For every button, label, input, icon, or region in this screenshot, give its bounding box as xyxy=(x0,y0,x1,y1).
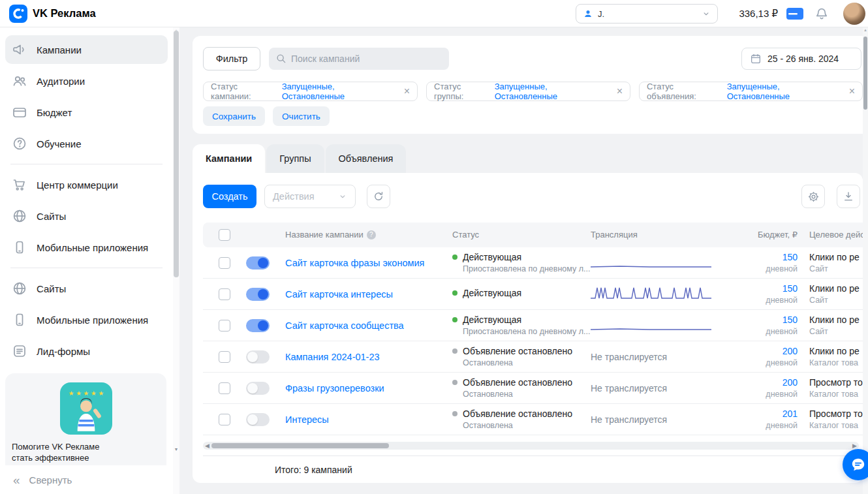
chip-close-icon[interactable]: × xyxy=(849,86,855,97)
status-cell: Действующая Приостановлена по дневному л… xyxy=(452,315,587,336)
sidebar-item-audiences[interactable]: Аудитории xyxy=(5,67,168,95)
mobile-icon xyxy=(12,239,27,255)
target-object: Каталог това xyxy=(809,358,863,367)
topbar: VK Реклама J. 336,13 ₽ xyxy=(0,0,868,27)
scroll-down-icon[interactable]: ▼ xyxy=(173,447,179,452)
save-filters-button[interactable]: Сохранить xyxy=(203,106,265,126)
row-checkbox[interactable] xyxy=(219,320,230,332)
sidebar-item-commerce-center[interactable]: Центр коммерции xyxy=(5,170,168,199)
sidebar-item-budget[interactable]: Бюджет xyxy=(5,98,168,127)
sidebar-item-label: Бюджет xyxy=(37,107,72,118)
sidebar-item-lead-forms[interactable]: Лид-формы xyxy=(5,337,168,365)
sidebar-item-campaigns[interactable]: Кампании xyxy=(5,35,168,64)
scrollbar-thumb[interactable] xyxy=(174,31,179,277)
budget-period: дневной xyxy=(719,264,798,273)
status-dot xyxy=(452,317,457,322)
scroll-up-icon[interactable]: ▲ xyxy=(863,28,868,32)
actions-dropdown[interactable]: Действия xyxy=(264,185,356,208)
column-header-budget[interactable]: Бюджет, ₽ xyxy=(719,223,798,247)
campaign-name-link[interactable]: Сайт карточка сообщества xyxy=(285,310,404,341)
row-toggle[interactable] xyxy=(246,319,270,332)
sidebar-item-learning[interactable]: Обучение xyxy=(5,129,168,158)
user-avatar[interactable] xyxy=(843,3,865,25)
row-toggle[interactable] xyxy=(246,413,270,426)
row-checkbox[interactable] xyxy=(219,382,230,394)
payment-card-icon[interactable] xyxy=(786,7,804,23)
row-toggle[interactable] xyxy=(246,350,270,363)
status-note: Приостановлена по дневному л... xyxy=(463,264,587,273)
sidebar-item-mobile-apps-2[interactable]: Мобильные приложения xyxy=(5,305,168,334)
campaign-name-link[interactable]: Сайт карточка фразы экономия xyxy=(285,247,424,279)
main-scrollbar[interactable]: ▲ xyxy=(863,27,868,494)
target-action: Клики по ре xyxy=(809,252,863,262)
budget-cell: 150 дневной xyxy=(719,252,798,273)
column-header-status[interactable]: Статус xyxy=(452,223,479,247)
sidebar-item-mobile-apps[interactable]: Мобильные приложения xyxy=(5,233,168,262)
status-cell: Действующая Приостановлена по дневному л… xyxy=(452,252,587,273)
tab-campaigns[interactable]: Кампании xyxy=(193,144,265,173)
main-content: Фильтр 25 - 26 янв. 2024 Статус кампании… xyxy=(179,27,863,494)
filter-button[interactable]: Фильтр xyxy=(203,47,260,70)
create-button[interactable]: Создать xyxy=(203,185,256,208)
notifications-bell-icon[interactable] xyxy=(814,6,829,24)
scroll-left-icon[interactable]: ◀ xyxy=(205,442,209,450)
select-all-checkbox[interactable] xyxy=(219,229,230,241)
table-settings-button[interactable] xyxy=(801,185,825,208)
tab-groups[interactable]: Группы xyxy=(266,144,324,173)
filter-chip-ad-status[interactable]: Статус объявления: Запущенные, Остановле… xyxy=(639,82,863,101)
sidebar-item-label: Мобильные приложения xyxy=(37,315,148,326)
budget-value: 150 xyxy=(719,252,798,262)
sidebar-scrollbar[interactable]: ▲ ▼ xyxy=(173,27,179,494)
date-range-picker[interactable]: 25 - 26 янв. 2024 xyxy=(741,48,861,70)
campaign-name-link[interactable]: Сайт карточка интересы xyxy=(285,279,393,310)
help-icon[interactable]: ? xyxy=(367,230,376,239)
status-text: Объявление остановлено xyxy=(463,409,572,419)
tab-ads[interactable]: Объявления xyxy=(326,144,407,173)
table-row: Фразы грузоперевозки Объявление остановл… xyxy=(203,373,863,404)
search-input[interactable] xyxy=(291,48,445,70)
scrollbar-thumb[interactable] xyxy=(863,37,867,110)
status-note: Остановлена xyxy=(463,421,587,430)
clear-filters-button[interactable]: Очистить xyxy=(273,106,330,126)
scrollbar-thumb[interactable] xyxy=(211,443,389,448)
sidebar-item-sites-2[interactable]: Сайты xyxy=(5,274,168,303)
row-checkbox[interactable] xyxy=(219,414,230,425)
budget-cell: 200 дневной xyxy=(719,346,798,367)
row-checkbox[interactable] xyxy=(219,351,230,363)
person-icon xyxy=(583,8,593,19)
translation-cell: Не транслируется xyxy=(591,347,716,367)
campaign-name-link[interactable]: Кампания 2024-01-23 xyxy=(285,341,380,373)
megaphone-icon xyxy=(12,42,27,57)
row-toggle[interactable] xyxy=(246,256,270,270)
account-selector[interactable]: J. xyxy=(576,4,718,23)
row-toggle[interactable] xyxy=(246,382,270,395)
filter-chips: Статус кампании: Запущенные, Остановленн… xyxy=(203,82,863,101)
status-text: Действующая xyxy=(463,288,521,298)
refresh-button[interactable] xyxy=(367,185,390,208)
sidebar-item-sites[interactable]: Сайты xyxy=(5,202,168,230)
campaign-name-link[interactable]: Фразы грузоперевозки xyxy=(285,373,384,404)
row-checkbox[interactable] xyxy=(219,288,230,300)
column-header-translation[interactable]: Трансляция xyxy=(591,223,638,247)
status-text: Действующая xyxy=(463,315,521,325)
campaigns-table: Название кампании? Статус Трансляция Бюд… xyxy=(203,223,863,435)
svg-text:★ ★ ★ ★ ★: ★ ★ ★ ★ ★ xyxy=(68,390,104,397)
chip-close-icon[interactable]: × xyxy=(617,86,623,97)
column-header-target[interactable]: Целевое дейст xyxy=(809,223,863,247)
export-download-button[interactable] xyxy=(837,185,860,208)
target-cell: Клики по ре Сайт xyxy=(809,315,863,336)
campaign-name-link[interactable]: Интересы xyxy=(285,404,329,435)
filter-chip-campaign-status[interactable]: Статус кампании: Запущенные, Остановленн… xyxy=(203,82,418,101)
sidebar-collapse-button[interactable]: « Свернуть xyxy=(0,465,173,494)
filter-chip-group-status[interactable]: Статус группы: Запущенные, Остановленные… xyxy=(426,82,630,101)
row-toggle[interactable] xyxy=(246,288,270,301)
row-checkbox[interactable] xyxy=(219,257,230,269)
chip-close-icon[interactable]: × xyxy=(404,86,410,97)
target-cell: Клики по ре Сайт xyxy=(809,252,863,273)
balance-amount[interactable]: 336,13 ₽ xyxy=(739,8,778,20)
vk-ads-logo-icon[interactable] xyxy=(9,5,27,23)
account-name: J. xyxy=(598,9,697,19)
horizontal-scrollbar[interactable]: ◀ ▶ xyxy=(203,442,859,450)
budget-period: дневной xyxy=(719,327,798,336)
column-header-name[interactable]: Название кампании? xyxy=(285,223,376,247)
